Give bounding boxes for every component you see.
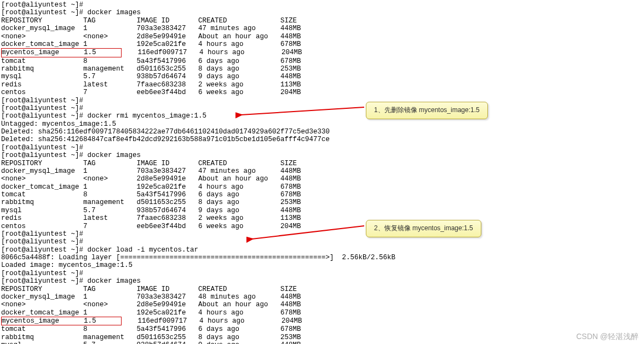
table-header: REPOSITORY TAG IMAGE ID CREATED SIZE bbox=[1, 17, 643, 25]
prompt: [root@aliyuntest ~]# bbox=[1, 112, 88, 120]
table-row: docker_tomcat_image 1 192e5ca021fe 4 hou… bbox=[1, 183, 643, 191]
table-row: tomcat 8 5a43f5417996 6 days ago 678MB bbox=[1, 191, 643, 199]
prompt: [root@aliyuntest ~]# bbox=[1, 238, 88, 246]
table-row: centos 7 eeb6ee3f44bd 6 weeks ago 204MB bbox=[1, 223, 643, 230]
watermark: CSDN @轻湛浅醉 bbox=[576, 332, 639, 341]
command-docker-rmi: docker rmi mycentos_image:1.5 bbox=[88, 112, 207, 120]
table-header: REPOSITORY TAG IMAGE ID CREATED SIZE bbox=[1, 285, 643, 293]
output-line: Deleted: sha256:412684847caf8e4fb42dcd92… bbox=[1, 136, 643, 143]
highlight-mycentos: mycentos_image 1.5 bbox=[1, 317, 122, 325]
output-line: Deleted: sha256:116edf0097178405834222ae… bbox=[1, 128, 643, 136]
table-row: mysql 5.7 938b57d64674 9 days ago 448MB bbox=[1, 341, 643, 344]
table-row: <none> <none> 2d8e5e99491e About an hour… bbox=[1, 175, 643, 183]
callout-2: 2、恢复镜像 mycentos_image:1.5 bbox=[366, 220, 481, 237]
table-row: docker_mysql_image 1 703a3e383427 48 min… bbox=[1, 293, 643, 301]
table-row: centos 7 eeb6ee3f44bd 6 weeks ago 204MB bbox=[1, 89, 643, 96]
command-docker-images: docker images bbox=[88, 277, 141, 285]
output-line: Untagged: mycentos_image:1.5 bbox=[1, 120, 643, 128]
table-row: rabbitmq management d5011653c255 8 days … bbox=[1, 199, 643, 206]
table-row: mysql 5.7 938b57d64674 9 days ago 448MB bbox=[1, 73, 643, 80]
table-row: rabbitmq management d5011653c255 8 days … bbox=[1, 65, 643, 73]
table-row: tomcat 8 5a43f5417996 6 days ago 678MB bbox=[1, 57, 643, 65]
table-row: redis latest 7faaec683238 2 weeks ago 11… bbox=[1, 214, 643, 222]
prompt: [root@aliyuntest ~]# bbox=[1, 246, 88, 254]
prompt: [root@aliyuntest ~]# bbox=[1, 1, 88, 9]
table-row: mysql 5.7 938b57d64674 9 days ago 448MB bbox=[1, 207, 643, 214]
prompt: [root@aliyuntest ~]# bbox=[1, 97, 88, 104]
table-row: <none> <none> 2d8e5e99491e About an hour… bbox=[1, 301, 643, 308]
output-loaded-image: Loaded image: mycentos_image:1.5 bbox=[1, 261, 643, 269]
command-docker-images: docker images bbox=[88, 9, 141, 16]
table-row: docker_mysql_image 1 703a3e383427 47 min… bbox=[1, 25, 643, 32]
prompt: [root@aliyuntest ~]# bbox=[1, 230, 88, 238]
table-row: redis latest 7faaec683238 2 weeks ago 11… bbox=[1, 81, 643, 89]
table-row: docker_tomcat_image 1 192e5ca021fe 4 hou… bbox=[1, 309, 643, 317]
prompt: [root@aliyuntest ~]# bbox=[1, 270, 88, 277]
output-loading-layer: 8066c5a4488f: Loading layer [===========… bbox=[1, 254, 643, 261]
prompt: [root@aliyuntest ~]# bbox=[1, 104, 88, 112]
table-header: REPOSITORY TAG IMAGE ID CREATED SIZE bbox=[1, 160, 643, 167]
table-row: rabbitmq management d5011653c255 8 days … bbox=[1, 334, 643, 341]
terminal-output: [root@aliyuntest ~]# [root@aliyuntest ~]… bbox=[1, 1, 643, 344]
command-docker-images: docker images bbox=[88, 151, 141, 159]
table-row: tomcat 8 5a43f5417996 6 days ago 678MB bbox=[1, 325, 643, 333]
table-row: <none> <none> 2d8e5e99491e About an hour… bbox=[1, 33, 643, 40]
command-docker-load: docker load -i mycentos.tar bbox=[88, 246, 199, 254]
table-row: docker_tomcat_image 1 192e5ca021fe 4 hou… bbox=[1, 40, 643, 48]
highlight-mycentos: mycentos_image 1.5 bbox=[1, 48, 122, 57]
table-row-highlighted: mycentos_image 1.5 116edf009717 4 hours … bbox=[1, 317, 643, 325]
table-row: docker_mysql_image 1 703a3e383427 47 min… bbox=[1, 167, 643, 175]
prompt: [root@aliyuntest ~]# bbox=[1, 144, 88, 151]
callout-1: 1、先删除镜像 mycentos_image:1.5 bbox=[366, 102, 488, 119]
prompt: [root@aliyuntest ~]# bbox=[1, 277, 88, 285]
prompt: [root@aliyuntest ~]# bbox=[1, 151, 88, 159]
prompt: [root@aliyuntest ~]# bbox=[1, 9, 88, 16]
table-row-highlighted: mycentos_image 1.5 116edf009717 4 hours … bbox=[1, 48, 643, 57]
